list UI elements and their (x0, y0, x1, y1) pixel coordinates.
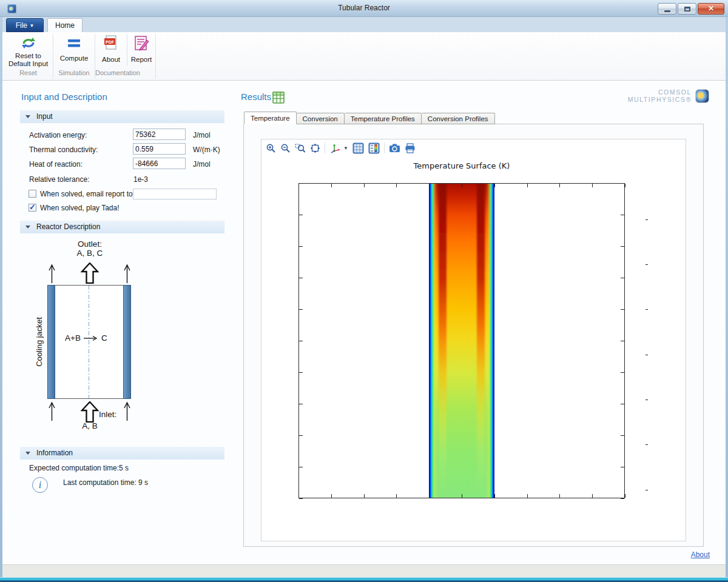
grid-toggle-icon[interactable] (352, 142, 364, 154)
results-tabs: Temperature Conversion Temperature Profi… (244, 112, 495, 124)
x-tick (298, 184, 299, 187)
table-icon[interactable] (272, 92, 285, 104)
pdf-icon: PDF (103, 35, 119, 52)
tab-temperature-profiles[interactable]: Temperature Profiles (345, 113, 422, 124)
colorbar-tick (645, 264, 648, 265)
expected-time-label: Expected computation time: (29, 464, 119, 472)
checkbox-label: When solved, email report to: (40, 190, 135, 198)
field-label: Relative tolerance: (29, 175, 89, 184)
cooling-jacket-wall-left (47, 285, 55, 399)
activation-energy-input[interactable] (133, 129, 186, 140)
minimize-button[interactable] (658, 3, 676, 15)
email-report-checkbox[interactable] (29, 190, 36, 198)
plot-area[interactable] (298, 183, 625, 498)
field-label: Activation energy: (29, 131, 87, 139)
reset-to-default-button[interactable]: Reset to Default Input Reset (4, 32, 53, 80)
x-tick (429, 184, 430, 187)
chevron-down-icon[interactable]: ▼ (343, 146, 348, 151)
tab-conversion[interactable]: Conversion (297, 113, 345, 124)
y-tick (299, 278, 303, 278)
view-orientation-icon[interactable] (329, 143, 341, 153)
y-tick (299, 372, 303, 373)
field-unit: J/mol (193, 160, 211, 169)
section-header-input[interactable]: Input (20, 110, 224, 123)
group-label-reset: Reset (4, 69, 53, 76)
comsol-ball-icon (696, 90, 709, 102)
x-tick (494, 184, 495, 187)
y-tick (621, 341, 624, 341)
ribbon-tab-strip: File ▼ Home (2, 17, 726, 32)
reset-icon (20, 35, 37, 51)
section-header-information[interactable]: Information (20, 447, 224, 460)
flow-arrow-icon (48, 400, 56, 421)
x-tick (527, 184, 528, 187)
close-button[interactable]: ✕ (698, 3, 724, 15)
y-tick (299, 341, 303, 341)
outlet-label: Outlet: A, B, C (62, 239, 117, 258)
title-bar[interactable]: Tubular Reactor ✕ (0, 0, 728, 17)
flow-arrow-icon (48, 263, 56, 284)
window-title: Tubular Reactor (0, 4, 728, 12)
svg-text:PDF: PDF (106, 40, 115, 44)
zoom-extents-icon[interactable] (310, 143, 320, 153)
zoom-in-icon[interactable] (266, 143, 276, 153)
tab-temperature[interactable]: Temperature (244, 112, 297, 124)
compute-label: Compute (53, 55, 95, 62)
file-menu-button[interactable]: File ▼ (6, 18, 44, 32)
x-tick (429, 494, 430, 498)
play-tada-checkbox[interactable] (29, 204, 36, 212)
last-time-label: Last computation time: 9 s (63, 478, 148, 487)
window-frame-right (726, 17, 728, 577)
file-menu-label: File (16, 21, 27, 30)
window-frame-bottom (0, 577, 728, 582)
x-tick (494, 494, 495, 498)
plot-title: Temperature Surface (K) (298, 161, 625, 170)
thermal-conductivity-input[interactable] (133, 143, 186, 155)
compute-icon (66, 35, 83, 51)
email-report-input[interactable] (133, 189, 217, 199)
heat-of-reaction-input[interactable] (133, 158, 186, 169)
logo-line2: MULTIPHYSICS® (628, 96, 692, 103)
x-tick (396, 184, 397, 187)
about-link[interactable]: About (631, 550, 710, 559)
x-tick (559, 494, 560, 498)
field-unit: J/mol (193, 131, 211, 139)
y-tick (299, 435, 303, 436)
zoom-box-icon[interactable] (295, 143, 306, 153)
info-icon: i (32, 477, 48, 493)
about-label: About (95, 56, 127, 64)
colorbar-tick (645, 309, 648, 310)
inlet-title: Inlet: (99, 410, 116, 419)
cooling-jacket-wall-right (123, 285, 131, 399)
print-icon[interactable] (405, 143, 416, 153)
y-tick (621, 435, 624, 436)
color-legend-toggle-icon[interactable] (368, 142, 380, 154)
x-tick (298, 494, 299, 498)
reaction-formula: A+B C (65, 333, 107, 343)
checkbox-label: When solved, play Tada! (40, 204, 120, 212)
field-label: Thermal conductivity: (29, 146, 98, 154)
status-bar (2, 564, 726, 577)
relative-tolerance-value: 1e-3 (133, 175, 148, 184)
section-header-reactor-description[interactable]: Reactor Description (20, 221, 224, 233)
section-label: Reactor Description (36, 222, 100, 231)
zoom-out-icon[interactable] (280, 143, 291, 153)
window-frame-left (0, 17, 2, 577)
cooling-jacket-label: Cooling jacket (35, 317, 44, 367)
y-tick (299, 498, 303, 499)
colorbar-tick (645, 490, 648, 490)
tab-home[interactable]: Home (47, 18, 83, 32)
compute-button[interactable]: Compute Simulation (53, 32, 95, 80)
maximize-button[interactable] (678, 3, 696, 15)
x-tick (527, 494, 528, 498)
snapshot-icon[interactable] (389, 143, 400, 153)
y-tick (621, 215, 624, 215)
tab-conversion-profiles[interactable]: Conversion Profiles (422, 113, 495, 124)
group-label-simulation: Simulation (53, 69, 95, 76)
inlet-block-arrow-icon (81, 401, 99, 423)
expected-time-value: 5 s (119, 464, 129, 472)
y-tick (299, 183, 303, 184)
x-tick (592, 494, 593, 498)
reaction-reactants: A+B (65, 333, 81, 343)
left-panel-title: Input and Description (21, 92, 107, 102)
